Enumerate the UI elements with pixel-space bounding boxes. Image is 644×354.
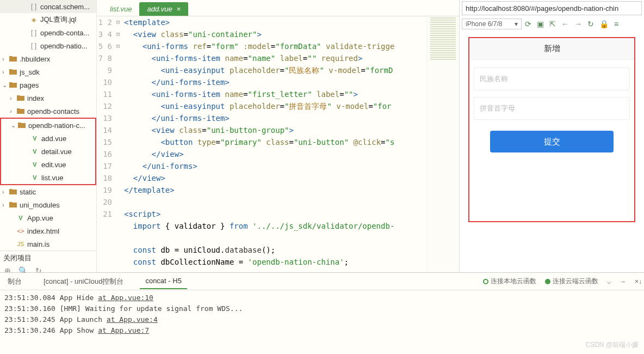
file-explorer: [ ] concat.schem... ◈ JQL查询.jql [ ] open…: [0, 0, 97, 272]
back-icon[interactable]: ←: [561, 20, 569, 28]
preview-pane: http://localhost:8080/#/pages/opendb-nat…: [459, 0, 644, 272]
reload-icon[interactable]: ↻: [587, 20, 594, 28]
device-select[interactable]: iPhone 6/7/8▾: [462, 19, 522, 29]
tree-item-8[interactable]: › opendb-contacts: [0, 105, 96, 118]
minimap[interactable]: [426, 16, 459, 272]
lock-icon[interactable]: 🔒: [599, 20, 609, 28]
local-status: 连接本地云函数: [491, 277, 536, 285]
editor-tabs: list.vue add.vue×: [97, 0, 459, 16]
collapse-icon[interactable]: ⌵: [607, 278, 611, 285]
tree-item-16[interactable]: V App.vue: [0, 211, 96, 224]
tree-item-0[interactable]: [ ] concat.schem...: [0, 0, 96, 13]
close-icon[interactable]: ×: [177, 5, 181, 13]
pinyin-input[interactable]: 拼音首字母: [474, 97, 630, 120]
tree-item-15[interactable]: › uni_modules: [0, 198, 96, 211]
cloud-status: 连接云端云函数: [553, 277, 598, 285]
url-bar[interactable]: http://localhost:8080/#/pages/opendb-nat…: [462, 1, 642, 15]
sidebar-toolbar: ⊕ 🔍 ↻: [0, 265, 96, 272]
console-output[interactable]: 23:51:30.084 App Hide at App.vue:1023:51…: [0, 290, 644, 338]
tree-item-2[interactable]: [ ] opendb-conta...: [0, 26, 96, 39]
tree-item-1[interactable]: ◈ JQL查询.jql: [0, 13, 96, 26]
tree-item-11[interactable]: V detail.vue: [1, 145, 95, 158]
tree-item-13[interactable]: V list.vue: [1, 171, 95, 184]
chevron-down-icon: ▾: [515, 20, 518, 28]
console-panel: 制台 [concat] - uniCloud控制台 concat - H5 连接…: [0, 272, 644, 354]
tree-item-14[interactable]: › static: [0, 185, 96, 198]
tree-item-6[interactable]: ⌄ pages: [0, 78, 96, 91]
watermark: CSDN @前端小媛: [585, 340, 639, 350]
forward-icon[interactable]: →: [574, 20, 582, 28]
more-icon[interactable]: ≡: [614, 20, 618, 28]
tree-item-17[interactable]: <> index.html: [0, 224, 96, 237]
editor-area: list.vue add.vue× 1 2 3 4 5 6 7 8 9 10 1…: [97, 0, 459, 272]
tab-list-vue[interactable]: list.vue: [102, 2, 139, 16]
close-console-icon[interactable]: ×↓: [635, 278, 642, 285]
tree-item-12[interactable]: V edit.vue: [1, 158, 95, 171]
tree-item-10[interactable]: V add.vue: [1, 132, 95, 145]
name-input[interactable]: 民族名称: [474, 68, 630, 90]
console-tab-3[interactable]: concat - H5: [140, 273, 187, 289]
refresh-icon[interactable]: ⟳: [525, 20, 531, 28]
console-tab-1[interactable]: 制台: [2, 273, 27, 290]
tree-item-3[interactable]: [ ] opendb-natio...: [0, 39, 96, 52]
sync-icon[interactable]: ↻: [35, 266, 42, 272]
close-project[interactable]: 关闭项目: [0, 251, 96, 265]
tree-item-9[interactable]: ⌄ opendb-nation-c...: [1, 119, 95, 132]
tab-add-vue[interactable]: add.vue×: [139, 2, 188, 16]
tree-item-18[interactable]: JS main.is: [0, 237, 96, 251]
tree-item-4[interactable]: › .hbuilderx: [0, 52, 96, 65]
code-editor[interactable]: 1 2 3 4 5 6 7 8 9 10 11 12 13 14 15 16 1…: [97, 16, 459, 272]
submit-button[interactable]: 提交: [490, 131, 614, 152]
external-icon[interactable]: ⇱: [549, 20, 556, 28]
page-title: 新增: [469, 38, 634, 60]
screenshot-icon[interactable]: ▣: [537, 20, 544, 28]
search-icon[interactable]: 🔍: [18, 266, 28, 272]
arrow-icon[interactable]: →: [620, 278, 626, 285]
tree-item-7[interactable]: › index: [0, 91, 96, 105]
filter-icon[interactable]: ⊕: [4, 266, 11, 272]
tree-item-5[interactable]: › js_sdk: [0, 65, 96, 78]
console-tab-2[interactable]: [concat] - uniCloud控制台: [38, 273, 129, 290]
phone-preview: 新增 民族名称 拼音首字母 提交: [468, 37, 635, 222]
